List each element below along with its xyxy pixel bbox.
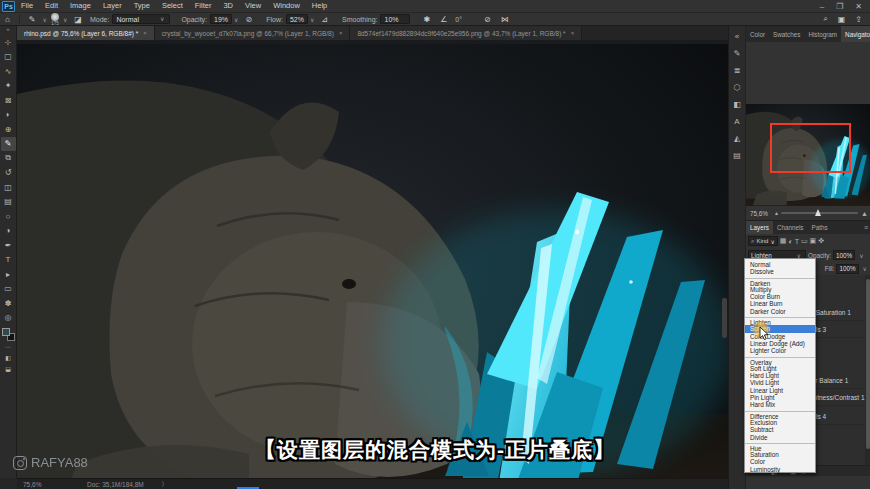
filter-type-icon[interactable]: T bbox=[795, 238, 799, 245]
blend-mode-option[interactable]: Overlay bbox=[745, 357, 815, 365]
shape-tool-icon[interactable]: ▭ bbox=[1, 282, 16, 297]
zoom-in-icon[interactable]: ▲ bbox=[858, 210, 870, 217]
filter-smartobject-icon[interactable]: ▣ bbox=[810, 237, 817, 245]
move-tool-icon[interactable]: ⊹ bbox=[1, 35, 16, 50]
character-panel-icon[interactable]: A bbox=[730, 113, 745, 130]
blend-mode-option[interactable]: Dissolve bbox=[745, 268, 815, 275]
history-brush-tool-icon[interactable]: ↺ bbox=[1, 166, 16, 181]
slider-thumb[interactable] bbox=[815, 209, 821, 216]
blend-mode-option[interactable]: Subtract bbox=[745, 426, 815, 433]
blur-tool-icon[interactable]: ○ bbox=[1, 209, 16, 224]
canvas-scrollbar[interactable] bbox=[722, 298, 727, 338]
blend-mode-option[interactable]: Exclusion bbox=[745, 419, 815, 426]
toolbar-collapse-icon[interactable]: » bbox=[6, 26, 9, 35]
doc-tab-background[interactable]: 8d574ef1479d882894dc9f640e25e956.png @ 4… bbox=[350, 26, 582, 40]
blend-mode-option[interactable]: Divide bbox=[745, 434, 815, 441]
filter-adjustment-icon[interactable]: ◐ bbox=[788, 238, 792, 245]
tab-navigator[interactable]: Navigator bbox=[841, 26, 870, 42]
navigator-view-box[interactable] bbox=[770, 123, 851, 173]
eyedropper-tool-icon[interactable]: ◗ bbox=[1, 108, 16, 123]
quick-mask-icon[interactable]: ◧ bbox=[1, 352, 16, 363]
quick-selection-tool-icon[interactable]: ✦ bbox=[1, 79, 16, 94]
tab-channels[interactable]: Channels bbox=[773, 221, 808, 234]
flow-chevron[interactable]: ∨ bbox=[308, 16, 316, 23]
menu-file[interactable]: File bbox=[15, 0, 39, 12]
layer-opacity-field[interactable]: 100% bbox=[833, 250, 855, 260]
brush-preview[interactable]: 175 bbox=[49, 13, 61, 25]
menu-3d[interactable]: 3D bbox=[217, 0, 239, 12]
gradient-tool-icon[interactable]: ▤ bbox=[1, 195, 16, 210]
brush-picker-chevron[interactable]: ∨ bbox=[61, 16, 69, 23]
blend-mode-option[interactable]: Saturation bbox=[745, 451, 815, 458]
menu-view[interactable]: View bbox=[239, 0, 267, 12]
opacity-field[interactable]: 19% bbox=[210, 14, 232, 24]
layers-menu-icon[interactable]: ≡ bbox=[864, 221, 870, 234]
search-icon[interactable]: ⌕ bbox=[818, 14, 832, 24]
blend-mode-option[interactable]: Pin Light bbox=[745, 394, 815, 401]
doc-tab-rhino[interactable]: rhino.psd @ 75,6% (Layer 6, RGB/8#) * × bbox=[17, 26, 155, 40]
dodge-tool-icon[interactable]: ◑ bbox=[1, 224, 16, 239]
tab-histogram[interactable]: Histogram bbox=[804, 26, 841, 42]
blend-mode-option[interactable]: Linear Burn bbox=[745, 300, 815, 307]
type-tool-icon[interactable]: T bbox=[1, 253, 16, 268]
brush-settings-panel-icon[interactable]: ◪ bbox=[69, 15, 87, 24]
layer-fill-field[interactable]: 100% bbox=[836, 264, 858, 274]
blend-mode-option[interactable]: Hard Light bbox=[745, 372, 815, 379]
doc-tab-crystal[interactable]: crystal_by_wyooet_d7k07la.png @ 66,7% (L… bbox=[155, 26, 351, 40]
tab-color[interactable]: Color bbox=[746, 26, 769, 42]
blend-mode-option[interactable]: Hard Mix bbox=[745, 401, 815, 408]
comments-panel-icon[interactable]: ◭ bbox=[730, 130, 745, 147]
status-zoom-field[interactable]: 75,6% bbox=[17, 481, 87, 488]
blend-mode-option[interactable]: Multiply bbox=[745, 286, 815, 293]
tab-swatches[interactable]: Swatches bbox=[769, 26, 804, 42]
workspace-icon[interactable]: ▣ bbox=[833, 15, 851, 24]
blend-mode-option[interactable]: Luminosity bbox=[745, 466, 815, 473]
share-icon[interactable]: ⇪ bbox=[850, 15, 870, 24]
hand-tool-icon[interactable]: ✽ bbox=[1, 296, 16, 311]
libraries-panel-icon[interactable]: ▤ bbox=[730, 147, 745, 164]
navigator-zoom-slider[interactable] bbox=[781, 212, 858, 214]
airbrush-icon[interactable]: ⊿ bbox=[316, 15, 333, 24]
path-selection-tool-icon[interactable]: ▸ bbox=[1, 267, 16, 282]
blend-mode-option[interactable]: Linear Dodge (Add) bbox=[745, 340, 815, 347]
blend-mode-option[interactable]: Difference bbox=[745, 411, 815, 419]
blend-mode-option[interactable]: Color Burn bbox=[745, 293, 815, 300]
chevron-down-icon[interactable]: ∨ bbox=[857, 252, 865, 259]
collapse-panels-icon[interactable]: « bbox=[730, 28, 745, 45]
toolbar-ellipsis-icon[interactable]: ⋯ bbox=[1, 341, 16, 352]
pen-tool-icon[interactable]: ✒ bbox=[1, 238, 16, 253]
pressure-size-icon[interactable]: ⊘ bbox=[479, 15, 496, 24]
blend-mode-option[interactable]: Linear Light bbox=[745, 387, 815, 394]
zoom-out-icon[interactable]: ▲ bbox=[772, 210, 781, 216]
menu-window[interactable]: Window bbox=[267, 0, 306, 12]
symmetry-icon[interactable]: ⋈ bbox=[496, 15, 514, 24]
clone-stamp-tool-icon[interactable]: ⧉ bbox=[1, 151, 16, 166]
menu-image[interactable]: Image bbox=[64, 0, 97, 12]
tab-close-icon[interactable]: × bbox=[571, 30, 575, 36]
minimize-button[interactable]: – bbox=[820, 2, 824, 11]
home-icon[interactable]: ⌂ bbox=[0, 15, 15, 24]
tab-paths[interactable]: Paths bbox=[808, 221, 832, 234]
opacity-chevron[interactable]: ∨ bbox=[232, 16, 240, 23]
lasso-tool-icon[interactable]: ∿ bbox=[1, 64, 16, 79]
blend-mode-option[interactable]: Darker Color bbox=[745, 308, 815, 315]
menu-select[interactable]: Select bbox=[156, 0, 189, 12]
brush-settings-panel-icon[interactable]: ✎ bbox=[730, 45, 745, 62]
filter-shape-icon[interactable]: ▭ bbox=[801, 237, 808, 245]
color-swatches[interactable] bbox=[2, 328, 15, 341]
menu-edit[interactable]: Edit bbox=[39, 0, 64, 12]
close-button[interactable]: ✕ bbox=[855, 2, 862, 11]
3d-panel-icon[interactable]: ⬡ bbox=[730, 79, 745, 96]
blend-mode-option[interactable]: Vivid Light bbox=[745, 379, 815, 386]
blend-mode-option[interactable]: Color bbox=[745, 458, 815, 465]
smoothing-field[interactable]: 10% bbox=[380, 14, 410, 24]
blend-mode-option[interactable]: Soft Light bbox=[745, 365, 815, 372]
eraser-tool-icon[interactable]: ◫ bbox=[1, 180, 16, 195]
properties-panel-icon[interactable]: ≣ bbox=[730, 62, 745, 79]
healing-brush-tool-icon[interactable]: ⊕ bbox=[1, 122, 16, 137]
blend-mode-option[interactable]: Lighter Color bbox=[745, 347, 815, 354]
blend-mode-option[interactable]: Darken bbox=[745, 278, 815, 286]
flow-field[interactable]: 52% bbox=[286, 14, 308, 24]
tab-layers[interactable]: Layers bbox=[746, 221, 773, 234]
mode-select[interactable]: Normal∨ bbox=[112, 14, 170, 24]
